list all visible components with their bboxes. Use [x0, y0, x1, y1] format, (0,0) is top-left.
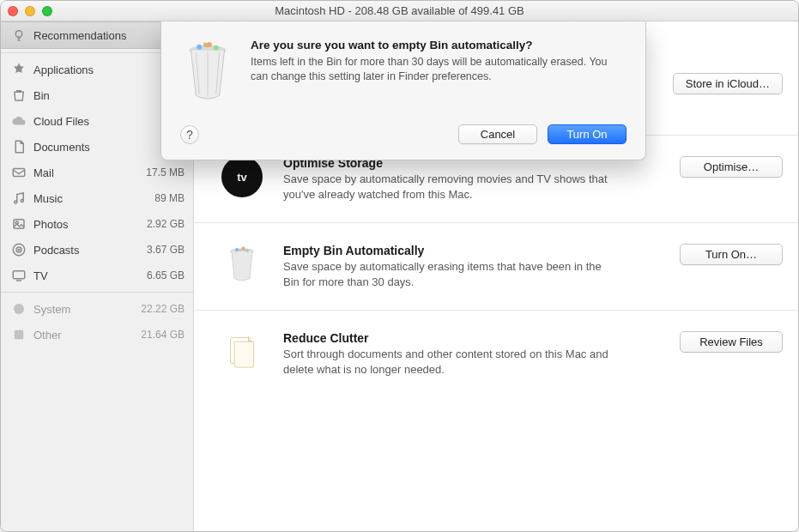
sidebar-item-label: Photos — [33, 218, 68, 231]
confirm-turn-on-button[interactable]: Turn On — [548, 124, 626, 144]
appletv-icon: tv — [216, 156, 268, 202]
recommendation-reduce-clutter: Reduce Clutter Sort through documents an… — [194, 311, 798, 397]
sidebar-item-label: Documents — [33, 141, 90, 154]
cloud-icon — [11, 113, 27, 129]
applications-icon — [11, 62, 27, 77]
dialog-heading: Are you sure you want to empty Bin autom… — [251, 39, 626, 51]
optimise-button[interactable]: Optimise… — [680, 156, 783, 178]
sidebar-item-size: 2.92 GB — [136, 218, 185, 230]
sidebar-item-other: Other 21.64 GB — [1, 322, 193, 348]
trash-icon — [11, 88, 27, 103]
tv-icon — [11, 268, 27, 283]
sidebar-item-label: Cloud Files — [33, 115, 89, 128]
svg-point-13 — [235, 248, 239, 251]
system-icon — [11, 301, 27, 317]
sidebar-item-size: 17.5 MB — [136, 166, 185, 178]
svg-rect-9 — [13, 271, 25, 279]
sidebar-item-size: 3.67 GB — [136, 244, 185, 256]
svg-rect-1 — [13, 169, 25, 177]
titlebar: Macintosh HD - 208.48 GB available of 49… — [1, 1, 798, 21]
lightbulb-icon — [11, 27, 27, 43]
trash-full-icon — [216, 244, 268, 289]
recommendation-description: Save space by automatically erasing item… — [283, 259, 609, 289]
sidebar-item-size: 22.22 GB — [136, 303, 185, 315]
svg-point-14 — [242, 246, 245, 250]
sidebar-item-music[interactable]: Music 89 MB — [1, 185, 193, 211]
svg-point-3 — [21, 200, 23, 203]
document-icon — [11, 139, 27, 154]
svg-point-15 — [245, 249, 249, 252]
storage-management-window: Macintosh HD - 208.48 GB available of 49… — [0, 0, 799, 532]
sidebar-item-mail[interactable]: Mail 17.5 MB — [1, 160, 193, 185]
sidebar-divider — [1, 292, 193, 293]
svg-point-10 — [14, 304, 24, 314]
sidebar-item-label: Podcasts — [33, 244, 79, 257]
sidebar-item-label: TV — [33, 269, 48, 282]
svg-point-21 — [214, 45, 219, 51]
dialog-body: Items left in the Bin for more than 30 d… — [251, 55, 626, 84]
svg-point-2 — [15, 201, 17, 203]
sidebar-item-system: System 22.22 GB — [1, 296, 193, 322]
svg-rect-11 — [15, 330, 24, 340]
sidebar-item-label: Other — [33, 329, 62, 342]
recommendation-description: Save space by automatically removing mov… — [283, 172, 609, 202]
svg-rect-4 — [14, 220, 24, 229]
cancel-button[interactable]: Cancel — [458, 124, 537, 144]
sidebar-item-label: Applications — [33, 63, 94, 76]
svg-point-0 — [15, 31, 22, 38]
svg-point-8 — [18, 249, 20, 251]
sidebar-item-label: Mail — [33, 166, 54, 179]
other-icon — [11, 327, 27, 342]
recommendation-title: Empty Bin Automatically — [283, 244, 639, 257]
help-button[interactable]: ? — [180, 125, 199, 144]
recommendation-empty-bin: Empty Bin Automatically Save space by au… — [194, 223, 798, 311]
svg-rect-17 — [234, 342, 254, 367]
trash-full-icon — [180, 39, 235, 106]
sidebar-item-tv[interactable]: TV 6.65 GB — [1, 263, 193, 288]
sidebar-item-size: 89 MB — [136, 192, 185, 204]
sidebar-item-label: Recommendations — [33, 29, 126, 42]
sidebar-item-label: Bin — [33, 89, 50, 102]
recommendation-title: Reduce Clutter — [283, 331, 639, 345]
sidebar-item-size: 21.64 GB — [136, 329, 185, 341]
help-icon: ? — [186, 128, 193, 142]
window-title: Macintosh HD - 208.48 GB available of 49… — [1, 4, 798, 17]
review-files-button[interactable]: Review Files — [680, 331, 783, 353]
podcasts-icon — [11, 242, 27, 257]
documents-stack-icon — [216, 331, 268, 377]
sidebar-item-label: Music — [33, 192, 63, 205]
recommendation-description: Sort through documents and other content… — [283, 347, 609, 377]
sidebar-item-podcasts[interactable]: Podcasts 3.67 GB — [1, 237, 193, 263]
music-icon — [11, 190, 27, 206]
sidebar-item-label: System — [33, 303, 70, 316]
svg-point-19 — [197, 45, 202, 50]
mail-icon — [11, 165, 27, 180]
turn-on-button[interactable]: Turn On… — [680, 244, 783, 265]
sidebar-item-photos[interactable]: Photos 2.92 GB — [1, 211, 193, 237]
sidebar-item-size: 6.65 GB — [136, 269, 185, 281]
photos-icon — [11, 216, 27, 232]
store-in-icloud-button[interactable]: Store in iCloud… — [673, 73, 783, 94]
confirm-empty-bin-dialog: Are you sure you want to empty Bin autom… — [160, 21, 646, 160]
